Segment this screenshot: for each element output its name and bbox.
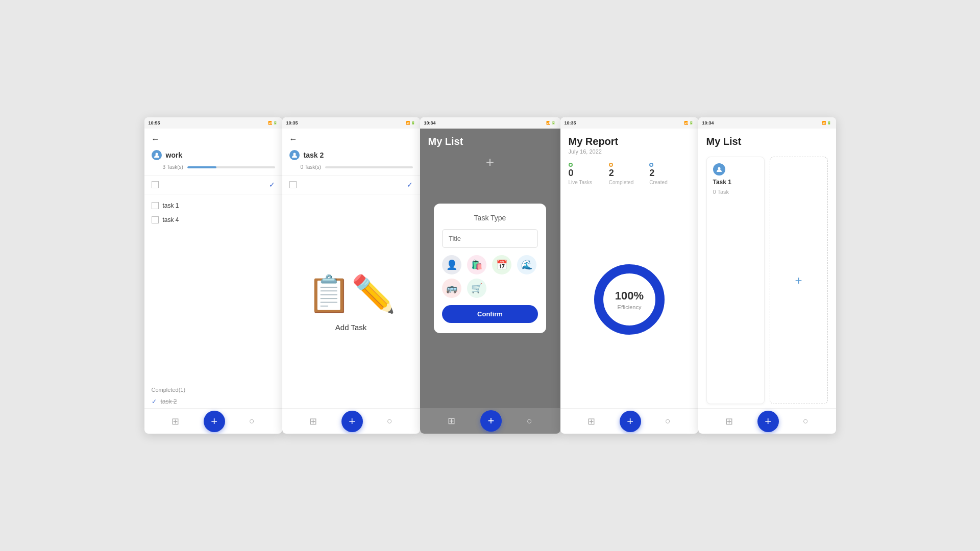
type-calendar-btn[interactable]: 📅 [492,255,511,274]
bottom-nav-2: ⊞ + ○ [282,408,420,434]
grid-icon-3[interactable]: ⊞ [448,415,455,427]
fab-3[interactable]: + [480,410,502,432]
list-name-2: task 2 [304,151,324,159]
stat-label-live: Live Tasks [569,180,593,185]
circle-icon-4[interactable]: ○ [665,416,671,427]
completed-section-label: Completed(1) [144,384,282,395]
grid-icon-5[interactable]: ⊞ [725,416,733,427]
screen-report: 10:35 📶🔋 My Report July 16, 2022 0 Live … [560,117,698,434]
task-type-modal: Task Type 👤 🛍️ 📅 🌊 🚌 🛒 [434,204,546,333]
task-item-text-1: task 1 [163,202,179,209]
completed-item-1: ✓ task 2 [144,395,282,408]
bottom-nav-4: ⊞ + ○ [560,408,698,434]
type-bus-btn[interactable]: 🚌 [442,279,461,298]
modal-title: Task Type [474,214,506,222]
user-icon-2 [289,150,300,160]
task-count-row-2: 0 Task(s) [282,163,420,173]
fab-5[interactable]: + [757,411,779,432]
task-item-text-4: task 4 [163,216,179,223]
type-cart-btn[interactable]: 🛒 [467,279,486,298]
status-icons-5: 📶🔋 [822,121,832,125]
card-count-1: 0 Task [713,189,758,195]
stat-label-created: Created [649,180,668,185]
screen2-header: ← [282,129,420,148]
report-title: My Report [569,136,690,147]
task-check-blue-1: ✓ [269,181,275,189]
donut-percent-text: 100% [615,289,643,302]
circle-icon-5[interactable]: ○ [803,416,808,427]
fab-4[interactable]: + [620,411,641,432]
grid-icon-4[interactable]: ⊞ [587,416,595,427]
stat-dot-row-created [649,163,653,167]
confirm-button[interactable]: Confirm [442,305,538,323]
progress-bar-1 [187,166,275,168]
status-time-2: 10:35 [286,120,298,126]
bottom-nav-5: ⊞ + ○ [698,408,836,434]
stat-live: 0 Live Tasks [569,163,609,185]
divider-1b [144,194,282,194]
divider-1a [144,175,282,176]
stat-number-live: 0 [569,168,574,179]
efficiency-donut: 100% Efficiency [589,259,670,340]
add-task-content: 📋✏️ Add Task [282,196,420,408]
donut-container: 100% Efficiency [560,190,698,408]
task-count-row-1: 3 Task(s) [144,163,282,173]
stat-number-completed: 2 [609,168,614,179]
divider-2a [282,175,420,176]
card-name-1: Task 1 [713,179,758,186]
task-item-1[interactable]: task 1 [152,198,275,213]
stats-row: 0 Live Tasks 2 Completed 2 Created [560,158,698,190]
status-bar-1: 10:55 📶🔋 [144,117,282,129]
type-wave-btn[interactable]: 🌊 [517,255,536,274]
checkbox-task1[interactable] [152,202,159,209]
list-name-1: work [166,151,183,159]
list-card-task1[interactable]: Task 1 0 Task [706,157,765,404]
screen-mylist-cards: 10:34 📶🔋 My List Task 1 0 Task + [698,117,836,434]
type-shopping-btn[interactable]: 🛍️ [467,255,486,274]
completed-check-1: ✓ [152,398,157,405]
stat-created: 2 Created [649,163,690,185]
circle-icon-2[interactable]: ○ [387,416,393,427]
type-person-btn[interactable]: 👤 [442,255,461,274]
circle-icon-1[interactable]: ○ [249,416,255,427]
card-user-icon [713,163,725,176]
mylist-title-center: My List [428,136,463,147]
progress-bar-2 [325,166,413,168]
task-type-icons-grid: 👤 🛍️ 📅 🌊 🚌 🛒 [442,255,538,298]
stat-dot-row-live [569,163,573,167]
status-time-1: 10:55 [149,120,160,126]
add-task-label: Add Task [335,323,366,332]
add-new-list-card[interactable]: + [770,157,828,404]
report-date: July 16, 2022 [569,148,690,155]
list-title-row-1: work [144,148,282,163]
task-checkbox-main-2[interactable] [289,181,297,188]
status-time-5: 10:34 [702,120,714,126]
plus-icon-bg[interactable]: + [486,154,494,170]
grid-icon-1[interactable]: ⊞ [172,416,179,427]
circle-icon-3[interactable]: ○ [527,416,532,427]
status-time-3: 10:34 [424,120,436,126]
task-type-row1: 👤 🛍️ 📅 🌊 [442,255,538,274]
task-count-2: 0 Task(s) [301,164,321,170]
task-checkbox-main-1[interactable] [152,181,159,188]
divider-2b [282,194,420,194]
back-button-2[interactable]: ← [289,135,298,144]
stat-dot-row-completed [609,163,613,167]
progress-fill-1 [187,166,216,168]
svg-point-0 [155,153,158,156]
status-icons-4: 📶🔋 [684,121,694,125]
user-icon-1 [152,150,162,160]
title-input[interactable] [442,229,538,248]
fab-2[interactable]: + [341,411,363,432]
task-check-blue-2: ✓ [407,181,413,189]
back-button-1[interactable]: ← [152,135,160,144]
stat-label-completed: Completed [609,180,633,185]
checkbox-task4[interactable] [152,216,159,223]
status-icons-2: 📶🔋 [406,121,416,125]
fab-1[interactable]: + [204,411,225,432]
mylist-header-5: My List [698,129,836,153]
task-item-4[interactable]: task 4 [152,213,275,227]
screen-mylist-modal: 10:34 📶🔋 My List + Task Type 👤 🛍️ 📅 [420,117,560,434]
stat-completed: 2 Completed [609,163,649,185]
grid-icon-2[interactable]: ⊞ [309,416,317,427]
